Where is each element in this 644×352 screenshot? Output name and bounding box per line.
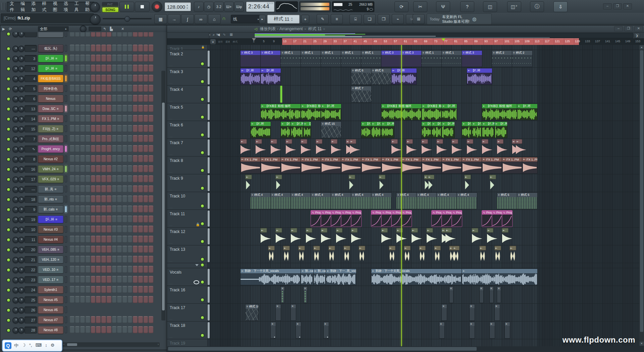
step-button[interactable] [112,45,117,52]
step-button[interactable] [86,65,90,72]
track-led[interactable] [200,97,205,102]
step-button[interactable] [80,75,85,82]
tools-menu-icon[interactable]: ✎ [317,14,329,24]
step-button[interactable] [149,165,153,172]
step-button[interactable] [80,246,85,253]
menu-item-5[interactable]: 选项 [64,1,70,13]
track-header[interactable]: Track 17... [167,304,208,321]
step-button[interactable] [70,55,74,62]
step-button[interactable] [133,296,138,303]
step-button[interactable] [96,326,101,333]
step-button[interactable] [96,236,101,243]
step-button[interactable] [149,85,153,92]
channel-mute-led[interactable] [6,137,11,141]
channel-select-strip[interactable] [65,256,67,263]
track-options[interactable]: ... [169,188,173,191]
step-button[interactable] [128,145,132,152]
hit-clip[interactable]: ⇤ [331,139,337,144]
step-button[interactable] [101,85,106,92]
hit-clip[interactable]: ⇤ [290,228,297,233]
pattern-clip[interactable]: ≡样式 1 [341,50,362,67]
add-pattern-button[interactable]: + [301,15,309,23]
pattern-clip[interactable]: ≡样式 1 [361,50,382,67]
step-button[interactable] [122,85,127,92]
step-button[interactable] [122,55,127,62]
step-button[interactable] [101,216,106,223]
audio-clip[interactable]: ⇤【F..环 [260,68,281,85]
channel-volume-knob[interactable] [18,307,24,313]
channel-select-strip[interactable] [65,246,67,253]
pattern-clip[interactable]: ≡样式 6 [371,68,392,85]
audio-clip[interactable]: ⇤【F..环 [441,121,455,138]
step-button[interactable] [138,65,143,72]
step-button[interactable] [91,115,96,122]
channel-mute-led[interactable] [6,77,11,81]
track-led[interactable] [200,204,205,208]
step-button[interactable] [112,236,117,243]
step-button[interactable] [117,226,122,233]
audio-clip[interactable]: ⇤FX 1..PM [441,157,462,174]
track-led[interactable] [200,239,205,244]
track-color-strip[interactable] [208,68,210,84]
step-button[interactable] [149,145,153,152]
step-button[interactable] [107,286,111,293]
automation-clip[interactable]: ∿Prog..cy [482,210,492,227]
step-button[interactable] [128,266,132,273]
hit-clip[interactable]: ⇤ [245,175,252,179]
step-button[interactable] [122,155,127,162]
hit-clip[interactable]: ⇤ [306,228,312,233]
track-color-strip[interactable] [208,86,210,102]
step-button[interactable] [128,216,132,223]
step-button[interactable] [149,286,153,293]
step-button[interactable] [138,105,143,112]
step-button[interactable] [112,316,117,323]
step-button[interactable] [128,256,132,263]
step-button[interactable] [75,185,80,192]
step-button[interactable] [101,45,106,52]
hit-clip[interactable]: ⇤ [445,228,452,233]
audio-clip[interactable]: ⇤FX 1..PM [321,157,341,174]
step-button[interactable] [107,105,111,112]
step-button[interactable] [75,326,80,333]
step-button[interactable] [133,195,138,202]
step-button[interactable] [80,65,85,72]
channel-select-strip[interactable] [65,266,67,273]
tempo-display[interactable]: 128.000 ▲▼ [164,2,191,11]
track-color-strip[interactable] [208,157,210,173]
automation-clip[interactable]: ∿Prog..cy [502,210,513,227]
channel-volume-knob[interactable] [18,86,24,92]
step-button[interactable] [133,246,138,253]
audio-clip[interactable]: ⇤郭静 - 下一个天亮_vocals [371,269,462,285]
step-button[interactable] [107,216,111,223]
step-button[interactable] [112,145,117,152]
channel-button[interactable]: Nexus #3 [38,226,63,233]
channel-button[interactable]: 阿坤音色 [38,85,63,93]
channel-select-strip[interactable] [65,125,67,132]
audio-clip[interactable]: ⇤【F..环 [321,104,341,120]
hit-clip[interactable]: ⇤ [406,139,413,144]
pattern-clip[interactable]: ≡样式 2 [492,50,513,67]
audio-clip[interactable]: ⇤【FK鼓】鼓组 循环 [421,104,442,120]
audio-clip[interactable]: ⇤FX 1..PM [260,157,281,174]
step-button[interactable] [149,195,153,202]
step-button[interactable] [138,155,143,162]
step-button[interactable] [138,256,143,263]
hit-clip[interactable]: ⇤ [472,228,478,233]
step-button[interactable] [112,276,117,283]
step-button[interactable] [133,125,138,132]
step-button[interactable] [138,45,143,52]
step-button[interactable] [128,165,132,172]
step-button[interactable] [80,276,85,283]
pattern-clip[interactable]: ≡样式 4 [457,192,477,209]
step-button[interactable] [107,195,111,202]
hit-clip[interactable]: ⇤ [509,246,516,250]
step-button[interactable] [91,316,96,323]
pattern-clip[interactable]: ≡样式 5 [517,192,538,209]
audio-clip[interactable]: ⇤【F..环 [391,68,417,85]
step-button[interactable] [138,95,143,102]
audio-clip[interactable]: ⇤【F..环 [290,121,304,138]
snap-magnet-icon[interactable]: ∩ [222,15,226,21]
step-button[interactable] [101,105,106,112]
step-button[interactable] [149,256,153,263]
step-button[interactable] [112,266,117,273]
